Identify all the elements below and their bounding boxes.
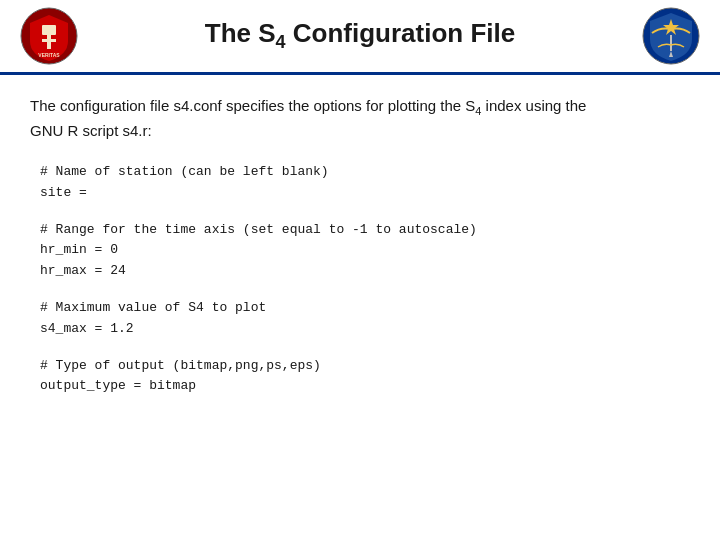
code-section-3: # Maximum value of S4 to plot s4_max = 1… [40,298,690,340]
code-line-site: site = [40,183,690,204]
page-title: The S4 Configuration File [205,18,515,53]
code-comment-2: # Range for the time axis (set equal to … [40,220,690,241]
svg-rect-4 [42,39,56,42]
code-line-hrmin: hr_min = 0 [40,240,690,261]
right-logo [642,7,700,65]
main-content: The configuration file s4.conf specifies… [0,75,720,433]
header: VERITAS The S4 Configuration File [0,0,720,75]
code-comment-4: # Type of output (bitmap,png,ps,eps) [40,356,690,377]
code-section-4: # Type of output (bitmap,png,ps,eps) out… [40,356,690,398]
code-line-hrmax: hr_max = 24 [40,261,690,282]
left-logo: VERITAS [20,7,78,65]
code-line-outputtype: output_type = bitmap [40,376,690,397]
code-block: # Name of station (can be left blank) si… [30,162,690,397]
svg-rect-2 [42,25,56,35]
code-section-2: # Range for the time axis (set equal to … [40,220,690,282]
code-section-1: # Name of station (can be left blank) si… [40,162,690,204]
svg-text:VERITAS: VERITAS [38,52,60,58]
code-comment-1: # Name of station (can be left blank) [40,162,690,183]
code-line-s4max: s4_max = 1.2 [40,319,690,340]
svg-rect-8 [670,35,672,51]
code-comment-3: # Maximum value of S4 to plot [40,298,690,319]
intro-paragraph: The configuration file s4.conf specifies… [30,95,690,142]
